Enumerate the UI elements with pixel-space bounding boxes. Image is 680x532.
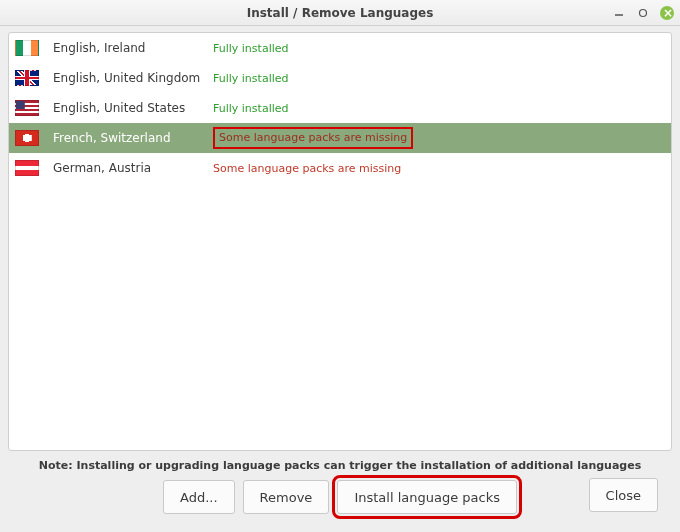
language-row[interactable]: English, IrelandFully installed (9, 33, 671, 63)
language-row[interactable]: English, United StatesFully installed (9, 93, 671, 123)
language-status: Some language packs are missing (213, 162, 665, 175)
minimize-button[interactable] (612, 6, 626, 20)
remove-button[interactable]: Remove (243, 480, 330, 514)
close-window-button[interactable] (660, 6, 674, 20)
language-status: Some language packs are missing (213, 127, 665, 149)
language-settings-window: Install / Remove Languages English, Irel… (0, 0, 680, 532)
language-row[interactable]: German, AustriaSome language packs are m… (9, 153, 671, 183)
language-status: Fully installed (213, 72, 665, 85)
action-button-row: Add... Remove Install language packs Clo… (8, 480, 672, 524)
language-status: Fully installed (213, 42, 665, 55)
flag-icon (15, 160, 39, 176)
window-title: Install / Remove Languages (0, 6, 680, 20)
language-list[interactable]: English, IrelandFully installedEnglish, … (8, 32, 672, 451)
maximize-button[interactable] (636, 6, 650, 20)
install-packs-button-label: Install language packs (354, 490, 500, 505)
language-status: Fully installed (213, 102, 665, 115)
flag-icon (15, 100, 39, 116)
flag-icon (15, 40, 39, 56)
add-button-label: Add... (180, 490, 218, 505)
status-highlight-box: Some language packs are missing (213, 127, 413, 149)
flag-icon (15, 70, 39, 86)
language-name: German, Austria (53, 161, 213, 175)
install-language-packs-button[interactable]: Install language packs (337, 480, 517, 514)
flag-icon (15, 130, 39, 146)
window-controls (612, 0, 674, 26)
svg-point-1 (640, 10, 647, 17)
language-row[interactable]: English, United KingdomFully installed (9, 63, 671, 93)
close-button[interactable]: Close (589, 478, 658, 512)
content-area: English, IrelandFully installedEnglish, … (0, 26, 680, 532)
add-button[interactable]: Add... (163, 480, 235, 514)
remove-button-label: Remove (260, 490, 313, 505)
close-button-label: Close (606, 488, 641, 503)
language-name: French, Switzerland (53, 131, 213, 145)
language-row[interactable]: French, SwitzerlandSome language packs a… (9, 123, 671, 153)
titlebar: Install / Remove Languages (0, 0, 680, 26)
language-name: English, United States (53, 101, 213, 115)
language-name: English, United Kingdom (53, 71, 213, 85)
note-text: Note: Installing or upgrading language p… (8, 459, 672, 472)
language-name: English, Ireland (53, 41, 213, 55)
